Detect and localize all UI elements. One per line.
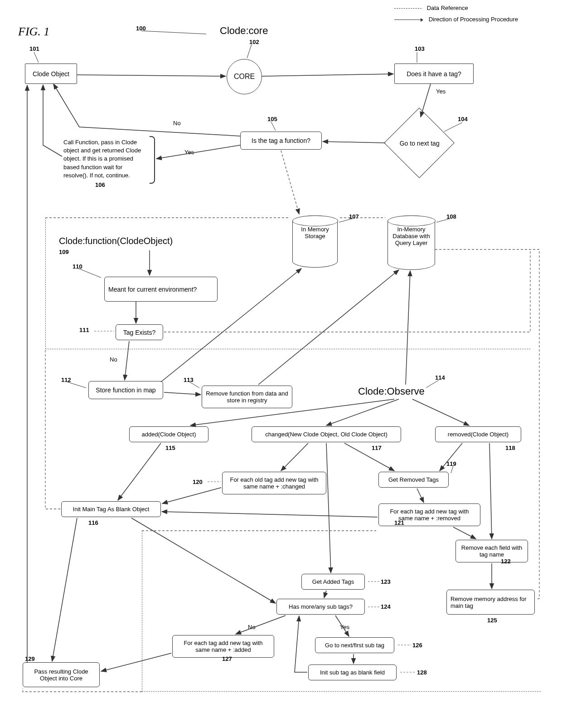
edge-no-3: No bbox=[247, 624, 257, 630]
svg-line-14 bbox=[77, 75, 226, 76]
edge-yes-1: Yes bbox=[435, 88, 446, 95]
node-changed: changed(New Clode Object, Old Clode Obje… bbox=[252, 426, 401, 442]
ref-121: 121 bbox=[394, 519, 404, 526]
ref-112: 112 bbox=[61, 376, 71, 383]
ref-105: 105 bbox=[267, 116, 277, 122]
svg-line-12 bbox=[426, 380, 439, 388]
svg-line-31 bbox=[281, 443, 308, 471]
node-pass-result: Pass resulting Clode Object into Core bbox=[23, 662, 100, 687]
ref-100: 100 bbox=[136, 25, 146, 32]
svg-line-30 bbox=[118, 443, 161, 500]
svg-line-1 bbox=[141, 31, 206, 34]
svg-line-36 bbox=[417, 489, 424, 503]
node-added: added(Clode Object) bbox=[129, 426, 208, 442]
node-removed: removed(Clode Object) bbox=[435, 426, 521, 442]
svg-line-5 bbox=[444, 122, 462, 132]
title-core: Clode:core bbox=[220, 25, 268, 37]
callout-106: Call Function, pass in Clode object and … bbox=[63, 138, 147, 180]
svg-line-42 bbox=[52, 518, 77, 661]
ref-103: 103 bbox=[415, 45, 425, 52]
title-function: Clode:function(ClodeObject) bbox=[59, 236, 173, 246]
figure-label: FIG. 1 bbox=[18, 25, 49, 39]
node-is-function: Is the tag a function? bbox=[240, 132, 322, 150]
svg-line-2 bbox=[34, 52, 39, 63]
svg-line-18 bbox=[156, 145, 240, 159]
edge-yes-2: Yes bbox=[184, 149, 195, 156]
svg-line-6 bbox=[271, 122, 276, 131]
svg-line-19 bbox=[281, 151, 299, 214]
region-lower bbox=[142, 531, 541, 692]
diagram-canvas: Data Reference Direction of Processing P… bbox=[0, 0, 562, 728]
edge-no-2: No bbox=[109, 356, 118, 363]
ref-119: 119 bbox=[446, 460, 456, 467]
ref-120: 120 bbox=[193, 479, 203, 485]
node-clode-object: Clode Object bbox=[25, 64, 77, 84]
edge-no-1: No bbox=[172, 120, 182, 127]
node-each-removed: For each tag add new tag with same name … bbox=[378, 503, 480, 526]
svg-line-28 bbox=[326, 399, 399, 425]
svg-line-35 bbox=[489, 443, 492, 539]
legend-proc-dir: Direction of Processing Procedure bbox=[394, 16, 518, 23]
svg-line-39 bbox=[162, 512, 378, 517]
node-meant-env: Meant for current environment? bbox=[104, 277, 218, 302]
svg-line-3 bbox=[247, 44, 252, 58]
ref-118: 118 bbox=[505, 445, 515, 451]
svg-line-37 bbox=[162, 488, 221, 503]
title-observe: Clode:Observe bbox=[358, 386, 425, 397]
svg-line-23 bbox=[164, 392, 201, 395]
ref-117: 117 bbox=[372, 445, 382, 451]
ref-110: 110 bbox=[73, 263, 82, 270]
node-init-main: Init Main Tag As Blank Object bbox=[61, 501, 161, 517]
ref-116: 116 bbox=[88, 519, 98, 526]
edge-yes-3: Yes bbox=[339, 624, 350, 630]
ref-129: 129 bbox=[25, 655, 35, 662]
ref-111: 111 bbox=[79, 327, 89, 333]
ref-101: 101 bbox=[29, 45, 39, 52]
ref-114: 114 bbox=[435, 374, 445, 381]
node-core: CORE bbox=[227, 59, 262, 94]
legend-data-ref: Data Reference bbox=[394, 5, 468, 11]
svg-line-15 bbox=[262, 74, 393, 76]
ref-102: 102 bbox=[249, 39, 259, 45]
node-get-removed: Get Removed Tags bbox=[378, 472, 449, 488]
ref-115: 115 bbox=[165, 445, 175, 451]
svg-line-29 bbox=[412, 399, 469, 425]
ref-109: 109 bbox=[59, 249, 69, 255]
node-tag-exists: Tag Exists? bbox=[116, 324, 163, 340]
svg-line-32 bbox=[344, 443, 394, 471]
node-each-old: For each old tag add new tag with same n… bbox=[222, 472, 326, 494]
node-has-tag: Does it have a tag? bbox=[394, 64, 474, 84]
node-store-map: Store function in map bbox=[88, 381, 163, 399]
node-next-tag: Go to next tag bbox=[384, 107, 455, 178]
callout-brace bbox=[150, 136, 155, 184]
node-remove-func: Remove function from data and store in r… bbox=[202, 386, 292, 408]
svg-line-17 bbox=[323, 142, 385, 143]
ref-113: 113 bbox=[184, 376, 194, 383]
ref-104: 104 bbox=[458, 116, 468, 122]
ref-106: 106 bbox=[95, 181, 105, 188]
